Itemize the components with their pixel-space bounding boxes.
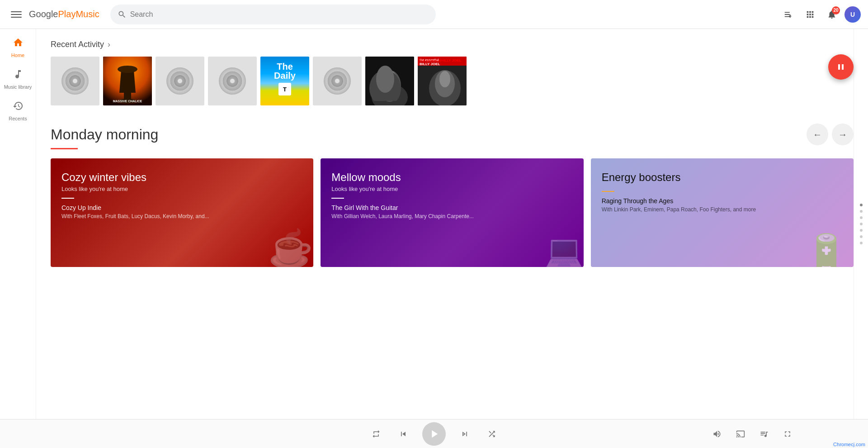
logo-google: Google: [29, 9, 58, 19]
energy-title: Energy boosters: [602, 171, 843, 184]
queue-button[interactable]: [779, 5, 797, 24]
track-thumb-1[interactable]: [51, 57, 99, 105]
logo-music: Music: [75, 9, 99, 19]
player-right-controls: [709, 426, 796, 442]
cozy-subtitle: Looks like you're at home: [61, 186, 302, 192]
vinyl-icon-1: [61, 67, 89, 95]
track-thumb-3[interactable]: [156, 57, 204, 105]
playlist-card-energy[interactable]: 🔋 Energy boosters Raging Through the Age…: [591, 158, 854, 267]
repeat-button[interactable]: [368, 426, 384, 442]
search-bar[interactable]: [110, 5, 436, 24]
monday-underline: [51, 148, 78, 149]
fab-button[interactable]: [828, 54, 854, 80]
svg-rect-20: [838, 64, 840, 70]
mellow-title: Mellow moods: [331, 171, 572, 184]
notification-button[interactable]: 20: [823, 5, 841, 24]
play-pause-button[interactable]: [422, 422, 446, 446]
prev-button[interactable]: ←: [807, 124, 828, 145]
sidebar: Home Music library Recents •••: [0, 29, 36, 448]
cozy-divider: [61, 198, 74, 199]
cast-button[interactable]: [732, 426, 749, 442]
right-panel: [854, 29, 868, 419]
sidebar-item-music-library-label: Music library: [4, 84, 32, 90]
cozy-illustration: ☕: [268, 231, 313, 267]
expand-button[interactable]: [779, 426, 796, 442]
vinyl-icon-4: [219, 67, 246, 95]
cozy-title: Cozy winter vibes: [61, 171, 302, 184]
header-actions: 20 U: [779, 5, 861, 24]
app-logo: Google Play Music: [29, 9, 99, 19]
right-panel-dot-1: [860, 204, 863, 206]
prev-track-button[interactable]: [395, 426, 411, 442]
search-input[interactable]: [130, 10, 429, 19]
energy-illustration: 🔋: [804, 235, 849, 267]
energy-song-title: Raging Through the Ages: [602, 197, 843, 205]
the-daily-title: The Daily: [273, 62, 297, 80]
menu-button[interactable]: [7, 9, 25, 20]
recent-activity-header: Recent Activity ›: [51, 40, 854, 49]
nyt-logo: T: [278, 83, 291, 95]
avatar[interactable]: U: [844, 6, 861, 23]
main-layout: Home Music library Recents •••: [0, 29, 868, 448]
mellow-subtitle: Looks like you're at home: [331, 186, 572, 192]
jazz-svg: [365, 57, 414, 105]
monday-morning-nav: ← →: [807, 124, 854, 145]
right-panel-dot-2: [860, 210, 863, 213]
energy-divider: [602, 191, 614, 192]
massive-chalice-svg: [103, 57, 152, 105]
track-thumb-8[interactable]: the essential BILLY JOEL: [418, 57, 467, 105]
sidebar-item-recents-label: Recents: [9, 116, 27, 121]
vinyl-icon-6: [324, 67, 351, 95]
sidebar-item-music-library[interactable]: Music library: [0, 64, 36, 94]
monday-morning-header: Monday morning ← →: [51, 124, 854, 145]
vinyl-icon-3: [166, 67, 193, 95]
cozy-song-title: Cozy Up Indie: [61, 204, 302, 211]
svg-rect-2: [11, 17, 22, 18]
next-track-button[interactable]: [457, 426, 473, 442]
sidebar-item-home-label: Home: [11, 52, 24, 58]
track-thumb-4[interactable]: [208, 57, 257, 105]
monday-morning-title: Monday morning: [51, 126, 158, 143]
svg-text:the essential: the essential: [420, 58, 439, 62]
app-header: Google Play Music 20 U: [0, 0, 868, 29]
right-panel-dot-7: [860, 242, 863, 244]
svg-rect-0: [11, 11, 22, 12]
chromecj-brand: Chromecj.com: [830, 441, 868, 448]
volume-button[interactable]: [709, 426, 725, 442]
the-daily-content: The Daily T: [273, 62, 297, 98]
right-panel-dot-5: [860, 229, 863, 232]
svg-point-9: [372, 84, 408, 105]
mellow-divider: [331, 198, 344, 199]
recent-activity-section: Recent Activity ›: [36, 29, 868, 113]
svg-marker-4: [119, 70, 136, 93]
track-thumb-5[interactable]: The Daily T: [260, 57, 309, 105]
playlist-card-cozy[interactable]: ☕ Cozy winter vibes Looks like you're at…: [51, 158, 313, 267]
svg-rect-21: [842, 64, 844, 70]
svg-rect-1: [11, 14, 22, 15]
logo-play: Play: [58, 9, 76, 19]
energy-artists: With Linkin Park, Eminem, Papa Roach, Fo…: [602, 206, 843, 213]
queue-list-button[interactable]: [756, 426, 772, 442]
shuffle-button[interactable]: [484, 426, 500, 442]
recent-activity-arrow[interactable]: ›: [108, 40, 110, 49]
track-thumb-7[interactable]: [365, 57, 414, 105]
svg-point-12: [386, 71, 393, 78]
recent-tracks-list: MASSIVE CHALICE: [51, 57, 854, 105]
player-bar: Chromecj.com: [0, 419, 868, 448]
billy-joel-svg: the essential BILLY JOEL: [418, 57, 467, 105]
track-placeholder-1: [51, 57, 99, 105]
right-panel-dot-3: [860, 216, 863, 219]
playlist-card-mellow[interactable]: 💻 Mellow moods Looks like you're at home…: [321, 158, 583, 267]
track-thumb-2[interactable]: MASSIVE CHALICE: [103, 57, 152, 105]
right-panel-dot-4: [860, 223, 863, 225]
sidebar-item-home[interactable]: Home: [0, 33, 36, 62]
next-button[interactable]: →: [832, 124, 854, 145]
track-thumb-6[interactable]: [313, 57, 362, 105]
svg-point-11: [383, 70, 396, 88]
svg-point-10: [378, 70, 401, 102]
apps-button[interactable]: [801, 5, 819, 24]
recents-icon: [13, 100, 24, 114]
monday-morning-section: Monday morning ← → ☕ Cozy winter vibes L…: [36, 113, 868, 274]
sidebar-item-recents[interactable]: Recents: [0, 96, 36, 126]
search-icon: [118, 10, 127, 19]
